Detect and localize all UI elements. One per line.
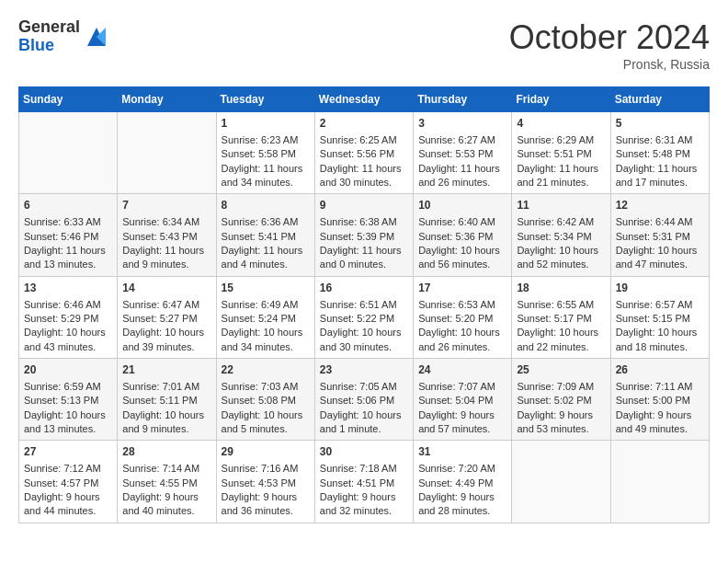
calendar-cell: 6Sunrise: 6:33 AMSunset: 5:46 PMDaylight…	[19, 194, 118, 276]
day-info: Sunset: 5:08 PM	[222, 394, 310, 408]
day-info: Daylight: 9 hours and 32 minutes.	[320, 490, 408, 519]
day-number: 1	[222, 116, 310, 132]
day-info: Sunrise: 6:40 AM	[418, 215, 506, 229]
day-info: Sunset: 5:00 PM	[616, 394, 704, 408]
day-number: 14	[122, 281, 210, 296]
day-number: 16	[320, 281, 408, 296]
day-info: Daylight: 10 hours and 5 minutes.	[222, 408, 310, 437]
calendar-cell: 18Sunrise: 6:55 AMSunset: 5:17 PMDayligh…	[512, 276, 610, 358]
calendar-cell: 24Sunrise: 7:07 AMSunset: 5:04 PMDayligh…	[414, 359, 512, 441]
day-info: Daylight: 10 hours and 22 minutes.	[517, 326, 605, 354]
day-number: 29	[222, 444, 310, 460]
title-block: October 2024 Pronsk, Russia	[509, 18, 710, 72]
day-info: Daylight: 11 hours and 30 minutes.	[320, 162, 408, 190]
day-info: Sunrise: 7:18 AM	[320, 462, 408, 476]
day-info: Sunrise: 6:27 AM	[418, 133, 506, 147]
day-info: Sunrise: 6:59 AM	[24, 380, 112, 394]
day-info: Sunrise: 6:33 AM	[24, 215, 112, 229]
page-header: General Blue October 2024 Pronsk, Russia	[18, 18, 710, 72]
day-info: Sunrise: 6:55 AM	[517, 298, 605, 312]
day-info: Daylight: 9 hours and 53 minutes.	[517, 408, 605, 437]
day-number: 15	[222, 281, 310, 296]
calendar-cell: 8Sunrise: 6:36 AMSunset: 5:41 PMDaylight…	[216, 194, 314, 276]
day-info: Sunrise: 7:20 AM	[418, 462, 506, 476]
day-info: Daylight: 11 hours and 26 minutes.	[418, 162, 506, 190]
day-info: Daylight: 10 hours and 18 minutes.	[616, 326, 704, 354]
day-info: Sunset: 4:49 PM	[418, 477, 506, 490]
day-info: Sunset: 5:02 PM	[517, 394, 605, 408]
calendar-cell: 13Sunrise: 6:46 AMSunset: 5:29 PMDayligh…	[19, 276, 118, 358]
calendar-header: SundayMondayTuesdayWednesdayThursdayFrid…	[19, 87, 710, 112]
calendar-cell: 17Sunrise: 6:53 AMSunset: 5:20 PMDayligh…	[414, 276, 512, 358]
day-info: Daylight: 10 hours and 52 minutes.	[517, 244, 605, 272]
day-info: Sunset: 5:04 PM	[418, 394, 506, 408]
day-info: Daylight: 10 hours and 30 minutes.	[320, 326, 408, 354]
day-info: Sunrise: 6:47 AM	[122, 298, 210, 312]
day-info: Daylight: 10 hours and 56 minutes.	[418, 244, 506, 272]
day-info: Sunset: 5:51 PM	[517, 147, 605, 161]
logo: General Blue	[18, 18, 109, 55]
calendar-cell: 14Sunrise: 6:47 AMSunset: 5:27 PMDayligh…	[118, 276, 216, 358]
weekday-sunday: Sunday	[19, 87, 118, 112]
day-info: Daylight: 11 hours and 9 minutes.	[122, 244, 210, 272]
calendar-cell: 22Sunrise: 7:03 AMSunset: 5:08 PMDayligh…	[216, 359, 314, 441]
day-number: 18	[517, 281, 605, 296]
day-info: Daylight: 11 hours and 0 minutes.	[320, 244, 408, 272]
day-number: 10	[418, 198, 506, 213]
day-info: Sunset: 5:29 PM	[24, 312, 112, 326]
day-info: Sunrise: 6:42 AM	[517, 215, 605, 229]
day-info: Sunrise: 6:38 AM	[320, 215, 408, 229]
day-info: Sunrise: 7:03 AM	[222, 380, 310, 394]
day-info: Sunset: 5:53 PM	[418, 147, 506, 161]
calendar-cell: 2Sunrise: 6:25 AMSunset: 5:56 PMDaylight…	[314, 112, 413, 194]
day-info: Sunrise: 7:14 AM	[122, 462, 210, 476]
day-info: Sunset: 5:34 PM	[517, 230, 605, 244]
calendar-cell	[512, 441, 610, 523]
day-info: Daylight: 9 hours and 28 minutes.	[418, 490, 506, 519]
day-number: 22	[222, 362, 310, 378]
calendar-cell: 20Sunrise: 6:59 AMSunset: 5:13 PMDayligh…	[19, 359, 118, 441]
day-info: Daylight: 10 hours and 34 minutes.	[222, 326, 310, 354]
day-info: Sunset: 5:31 PM	[616, 230, 704, 244]
day-number: 6	[24, 198, 112, 213]
day-info: Sunrise: 7:09 AM	[517, 380, 605, 394]
day-info: Sunset: 5:43 PM	[122, 230, 210, 244]
day-info: Sunset: 5:11 PM	[122, 394, 210, 408]
day-info: Sunset: 4:55 PM	[122, 477, 210, 490]
day-info: Daylight: 11 hours and 21 minutes.	[517, 162, 605, 190]
day-info: Sunrise: 7:05 AM	[320, 380, 408, 394]
day-number: 5	[616, 116, 704, 132]
weekday-wednesday: Wednesday	[314, 87, 413, 112]
calendar-week-3: 20Sunrise: 6:59 AMSunset: 5:13 PMDayligh…	[19, 359, 710, 441]
calendar-cell: 25Sunrise: 7:09 AMSunset: 5:02 PMDayligh…	[512, 359, 610, 441]
calendar-cell: 31Sunrise: 7:20 AMSunset: 4:49 PMDayligh…	[414, 441, 512, 523]
day-info: Sunset: 5:36 PM	[418, 230, 506, 244]
day-number: 3	[418, 116, 506, 132]
day-number: 24	[418, 362, 506, 378]
day-info: Sunrise: 6:36 AM	[222, 215, 310, 229]
day-info: Daylight: 11 hours and 13 minutes.	[24, 244, 112, 272]
day-info: Sunrise: 7:07 AM	[418, 380, 506, 394]
day-info: Sunset: 4:53 PM	[222, 477, 310, 490]
day-number: 28	[122, 444, 210, 460]
day-number: 2	[320, 116, 408, 132]
day-info: Sunrise: 6:23 AM	[222, 133, 310, 147]
day-info: Sunset: 5:06 PM	[320, 394, 408, 408]
logo-blue-text: Blue	[18, 37, 80, 55]
day-info: Sunrise: 6:49 AM	[222, 298, 310, 312]
weekday-monday: Monday	[118, 87, 216, 112]
weekday-saturday: Saturday	[610, 87, 709, 112]
day-info: Daylight: 10 hours and 43 minutes.	[24, 326, 112, 354]
day-info: Daylight: 11 hours and 34 minutes.	[222, 162, 310, 190]
day-info: Sunrise: 6:57 AM	[616, 298, 704, 312]
day-info: Sunset: 4:51 PM	[320, 477, 408, 490]
day-info: Sunset: 5:27 PM	[122, 312, 210, 326]
calendar-cell: 21Sunrise: 7:01 AMSunset: 5:11 PMDayligh…	[118, 359, 216, 441]
day-info: Sunset: 5:15 PM	[616, 312, 704, 326]
day-info: Daylight: 10 hours and 26 minutes.	[418, 326, 506, 354]
day-info: Daylight: 9 hours and 40 minutes.	[122, 490, 210, 519]
day-info: Sunset: 5:48 PM	[616, 147, 704, 161]
day-number: 8	[222, 198, 310, 213]
day-info: Sunrise: 7:11 AM	[616, 380, 704, 394]
day-number: 20	[24, 362, 112, 378]
